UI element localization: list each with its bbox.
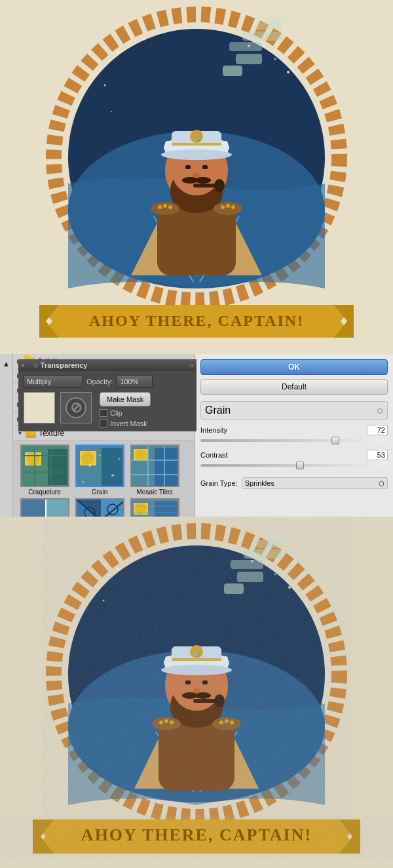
- svg-rect-81: [22, 500, 46, 517]
- contrast-slider-thumb[interactable]: [296, 462, 304, 469]
- intensity-slider-thumb[interactable]: [331, 437, 339, 444]
- panel-area: × ◇ Transparency ‹‹ Multiply Normal Scre…: [0, 354, 393, 517]
- intensity-input[interactable]: [367, 425, 388, 435]
- svg-rect-51: [255, 22, 282, 30]
- thumb-img-mosaic[interactable]: [130, 444, 179, 487]
- panel-close[interactable]: ×: [21, 362, 25, 369]
- opacity-select[interactable]: 100% 50% 75%: [117, 375, 153, 388]
- contrast-slider-row: [200, 463, 388, 469]
- clip-checkbox-row[interactable]: Clip: [100, 409, 151, 417]
- svg-rect-103: [155, 502, 178, 517]
- clip-label: Clip: [110, 409, 122, 417]
- svg-point-64: [81, 452, 94, 465]
- svg-rect-50: [242, 31, 282, 41]
- svg-point-117: [274, 574, 276, 576]
- svg-rect-158: [237, 572, 263, 582]
- svg-point-41: [158, 205, 162, 209]
- svg-rect-38: [172, 143, 221, 146]
- svg-rect-52: [269, 14, 288, 22]
- svg-rect-136: [202, 681, 208, 684]
- svg-rect-162: [270, 532, 290, 540]
- svg-point-44: [221, 205, 225, 209]
- svg-point-31: [214, 179, 225, 192]
- svg-rect-65: [102, 448, 122, 486]
- svg-text:AHOY THERE, CAPTAIN!: AHOY THERE, CAPTAIN!: [89, 312, 304, 329]
- grain-dropdown[interactable]: Grain ⬡: [200, 401, 388, 420]
- opacity-label: Opacity:: [86, 378, 113, 385]
- svg-point-46: [231, 205, 235, 209]
- panel-header[interactable]: × ◇ Transparency ‹‹: [18, 359, 196, 371]
- svg-rect-160: [244, 549, 283, 559]
- grain-dropdown-label: Grain: [205, 404, 231, 416]
- transparency-panel: × ◇ Transparency ‹‹ Multiply Normal Scre…: [18, 359, 196, 431]
- grain-type-value: Sprinkles: [245, 479, 274, 487]
- ok-button[interactable]: OK: [200, 359, 388, 375]
- svg-point-8: [287, 71, 290, 73]
- grain-type-select[interactable]: Sprinkles ⬡: [242, 477, 388, 489]
- thumb-stained-glass[interactable]: Stained Glass: [73, 498, 126, 517]
- intensity-label: Intensity: [200, 426, 246, 434]
- grain-type-row: Grain Type: Sprinkles ⬡: [200, 477, 388, 489]
- thumb-patchwork[interactable]: Patchwork: [18, 498, 71, 517]
- invert-mask-checkbox[interactable]: [100, 420, 107, 427]
- svg-rect-75: [155, 448, 178, 486]
- svg-point-156: [230, 720, 234, 724]
- svg-rect-25: [185, 165, 191, 169]
- fill-swatch[interactable]: [24, 392, 55, 424]
- svg-rect-48: [236, 54, 262, 64]
- svg-point-56: [27, 452, 40, 465]
- contrast-input[interactable]: [367, 450, 388, 460]
- clip-checkbox[interactable]: [100, 409, 107, 417]
- top-illustration: ⚓ AHOY THERE, CAPTAIN!: [0, 0, 393, 354]
- panel-body: Multiply Normal Screen Opacity: 100% 50%…: [18, 371, 196, 431]
- intensity-slider-track[interactable]: [200, 439, 388, 442]
- svg-point-7: [104, 85, 106, 87]
- grain-type-arrow: ⬡: [379, 480, 384, 487]
- svg-text:⚓: ⚓: [192, 132, 202, 142]
- contrast-label: Contrast: [200, 451, 246, 459]
- svg-point-152: [164, 719, 168, 723]
- thumb-mosaic[interactable]: Mosaic Tiles: [128, 444, 181, 496]
- contrast-row: Contrast: [200, 450, 388, 460]
- svg-point-29: [195, 177, 211, 184]
- svg-point-74: [135, 449, 147, 461]
- thumb-img-grain[interactable]: [75, 444, 124, 487]
- svg-point-35: [161, 149, 232, 160]
- invert-mask-checkbox-row[interactable]: Invert Mask: [100, 420, 151, 427]
- panel-collapse[interactable]: ‹‹: [189, 362, 194, 369]
- svg-point-114: [117, 568, 119, 570]
- thumb-label-grain: Grain: [92, 488, 107, 496]
- blend-mode-select[interactable]: Multiply Normal Screen: [24, 375, 83, 388]
- contrast-slider-track[interactable]: [200, 464, 388, 467]
- svg-point-139: [195, 692, 211, 699]
- thumb-grain[interactable]: Grain: [73, 444, 126, 496]
- svg-point-9: [111, 111, 112, 112]
- svg-rect-157: [224, 583, 244, 594]
- scroll-area: ▲: [0, 354, 13, 517]
- make-mask-button[interactable]: Make Mask: [100, 392, 151, 406]
- svg-point-151: [159, 720, 163, 724]
- svg-point-70: [82, 481, 84, 483]
- svg-point-43: [168, 205, 172, 209]
- thumb-texturizer[interactable]: Texturizer: [128, 498, 181, 517]
- thumb-img-stained-glass[interactable]: [75, 498, 124, 517]
- svg-point-115: [143, 552, 145, 554]
- svg-point-153: [170, 720, 174, 724]
- svg-point-141: [214, 694, 225, 707]
- thumb-label-craquelure: Craquelure: [28, 488, 60, 496]
- thumb-img-texturizer[interactable]: [130, 498, 179, 517]
- svg-rect-161: [257, 540, 283, 548]
- svg-point-67: [88, 464, 91, 467]
- scroll-up-arrow[interactable]: ▲: [3, 359, 10, 368]
- mask-swatch[interactable]: ⊘: [60, 392, 92, 424]
- thumb-img-craquelure[interactable]: [20, 444, 69, 487]
- thumb-img-patchwork[interactable]: [20, 498, 69, 517]
- default-button[interactable]: Default: [200, 379, 388, 395]
- svg-point-42: [163, 204, 167, 208]
- bottom-illustration: ⚓ AHOY THERE, CAPTAIN!: [0, 517, 393, 868]
- svg-point-45: [226, 204, 230, 208]
- thumb-craquelure[interactable]: Craquelure: [18, 444, 71, 496]
- svg-rect-26: [202, 165, 208, 169]
- svg-text:⚓: ⚓: [192, 647, 202, 657]
- svg-point-3: [117, 51, 119, 54]
